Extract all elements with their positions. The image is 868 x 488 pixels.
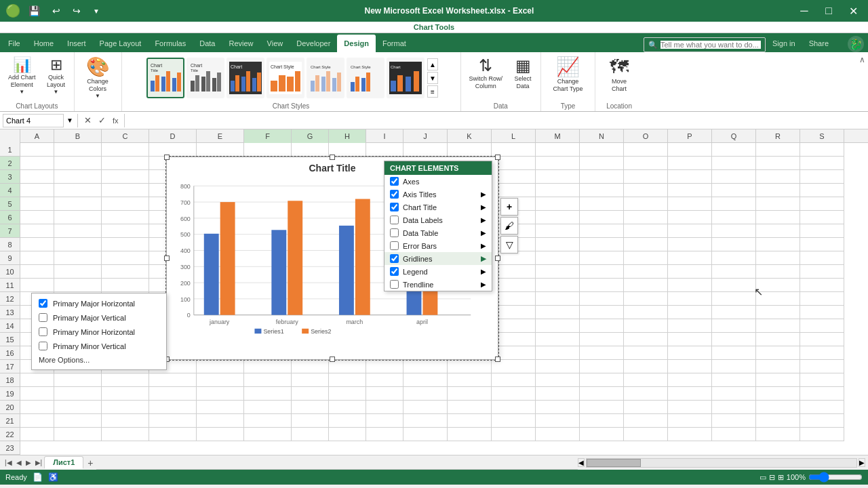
cell-M4[interactable] <box>536 184 580 197</box>
col-header-B[interactable]: B <box>54 129 102 143</box>
cell-R9[interactable] <box>756 251 800 265</box>
chart-filters-button[interactable]: ▽ <box>500 236 518 253</box>
cell-A3[interactable] <box>20 170 54 184</box>
horizontal-scrollbar-track[interactable] <box>586 458 857 468</box>
bar-jan-s1[interactable] <box>204 234 219 315</box>
cell-A8[interactable] <box>20 238 54 251</box>
tab-developer[interactable]: Developer <box>290 35 337 52</box>
cell-B6[interactable] <box>54 211 102 224</box>
col-header-A[interactable]: A <box>20 129 54 143</box>
cell-D1[interactable] <box>149 143 197 157</box>
cell-M5[interactable] <box>536 197 580 211</box>
undo-button[interactable]: ↩ <box>48 4 64 18</box>
move-chart-button[interactable]: 🗺 MoveChart <box>606 55 633 96</box>
cell-M3[interactable] <box>536 170 580 184</box>
cell-A4[interactable] <box>20 184 54 197</box>
cell-Q4[interactable] <box>712 184 756 197</box>
save-button[interactable]: 💾 <box>24 4 44 18</box>
data-table-checkbox[interactable] <box>390 228 399 237</box>
add-sheet-button[interactable]: + <box>85 458 96 468</box>
col-header-J[interactable]: J <box>403 129 448 143</box>
normal-view-button[interactable]: ▭ <box>760 473 766 482</box>
row-header-17[interactable]: 17 <box>0 360 20 373</box>
scroll-left-button[interactable]: ◀ <box>578 458 585 467</box>
cell-Q5[interactable] <box>712 197 756 211</box>
cell-R4[interactable] <box>756 184 800 197</box>
tab-page-layout[interactable]: Page Layout <box>93 35 149 52</box>
tab-formulas[interactable]: Formulas <box>148 35 193 52</box>
close-button[interactable]: ✕ <box>844 1 863 20</box>
bar-mar-s1[interactable] <box>339 226 354 315</box>
cell-M8[interactable] <box>536 238 580 251</box>
cell-B5[interactable] <box>54 197 102 211</box>
chart-style-1[interactable]: Chart Title <box>146 58 184 98</box>
bar-feb-s1[interactable] <box>271 230 286 314</box>
chart-element-error-bars[interactable]: Error Bars ▶ <box>384 239 492 252</box>
help-input[interactable] <box>660 41 761 49</box>
trendline-checkbox[interactable] <box>390 280 399 289</box>
bar-jan-s2[interactable] <box>220 202 235 315</box>
scroll-right-button[interactable]: ▶ <box>859 458 865 467</box>
submenu-more-options[interactable]: More Options... <box>32 353 166 367</box>
row-header-8[interactable]: 8 <box>0 238 20 251</box>
row-header-11[interactable]: 11 <box>0 279 20 292</box>
cell-P9[interactable] <box>668 251 712 265</box>
cell-Q9[interactable] <box>712 251 756 265</box>
cell-B9[interactable] <box>54 251 102 265</box>
tab-file[interactable]: File <box>1 35 27 52</box>
cell-I1[interactable] <box>366 143 403 157</box>
cell-N9[interactable] <box>580 251 624 265</box>
row-header-4[interactable]: 4 <box>0 184 20 197</box>
sheet-nav-first[interactable]: |◀ <box>3 459 14 466</box>
cell-B2[interactable] <box>54 157 102 170</box>
col-header-S[interactable]: S <box>800 129 844 143</box>
col-header-L[interactable]: L <box>492 129 536 143</box>
cell-N6[interactable] <box>580 211 624 224</box>
cell-O5[interactable] <box>624 197 668 211</box>
row-header-20[interactable]: 20 <box>0 401 20 414</box>
submenu-primary-major-vertical[interactable]: Primary Major Vertical <box>32 310 166 325</box>
cell-C3[interactable] <box>102 170 149 184</box>
cell-O6[interactable] <box>624 211 668 224</box>
chart-element-gridlines[interactable]: Gridlines ▶ <box>384 252 492 265</box>
chart-style-2[interactable]: Chart Title <box>186 58 224 98</box>
cell-C8[interactable] <box>102 238 149 251</box>
sign-in-button[interactable]: Sign in <box>766 35 802 52</box>
row-header-6[interactable]: 6 <box>0 211 20 224</box>
data-labels-checkbox[interactable] <box>390 216 399 224</box>
cell-N7[interactable] <box>580 224 624 238</box>
tab-data[interactable]: Data <box>193 35 222 52</box>
scroll-down-button[interactable]: ▼ <box>427 72 438 84</box>
col-header-H[interactable]: H <box>329 129 366 143</box>
col-header-P[interactable]: P <box>668 129 712 143</box>
chart-style-3[interactable]: Chart <box>226 58 264 98</box>
page-layout-view-button[interactable]: ⊟ <box>769 473 775 482</box>
customize-qat-button[interactable]: ▼ <box>89 6 104 16</box>
cell-S5[interactable] <box>800 197 844 211</box>
confirm-formula-button[interactable]: ✓ <box>96 115 108 125</box>
cell-P8[interactable] <box>668 238 712 251</box>
col-header-G[interactable]: G <box>292 129 329 143</box>
submenu-primary-minor-vertical[interactable]: Primary Minor Vertical <box>32 339 166 353</box>
maximize-button[interactable]: □ <box>819 1 838 20</box>
chart-title-checkbox[interactable] <box>390 203 399 211</box>
col-header-O[interactable]: O <box>624 129 668 143</box>
bar-mar-s2[interactable] <box>355 199 370 315</box>
cell-A9[interactable] <box>20 251 54 265</box>
cell-P7[interactable] <box>668 224 712 238</box>
chart-object[interactable]: + 🖌 ▽ Chart Title <box>166 157 498 360</box>
tab-design[interactable]: Design <box>337 35 376 52</box>
cell-A7[interactable] <box>20 224 54 238</box>
cell-A5[interactable] <box>20 197 54 211</box>
cell-C4[interactable] <box>102 184 149 197</box>
select-data-button[interactable]: ▦ SelectData <box>509 55 536 93</box>
minimize-button[interactable]: ─ <box>795 1 814 20</box>
cell-S7[interactable] <box>800 224 844 238</box>
cell-P1[interactable] <box>668 143 712 157</box>
cell-O4[interactable] <box>624 184 668 197</box>
cell-S1[interactable] <box>800 143 844 157</box>
horizontal-scrollbar-thumb[interactable] <box>587 459 641 467</box>
cell-N3[interactable] <box>580 170 624 184</box>
cell-R5[interactable] <box>756 197 800 211</box>
cell-O8[interactable] <box>624 238 668 251</box>
